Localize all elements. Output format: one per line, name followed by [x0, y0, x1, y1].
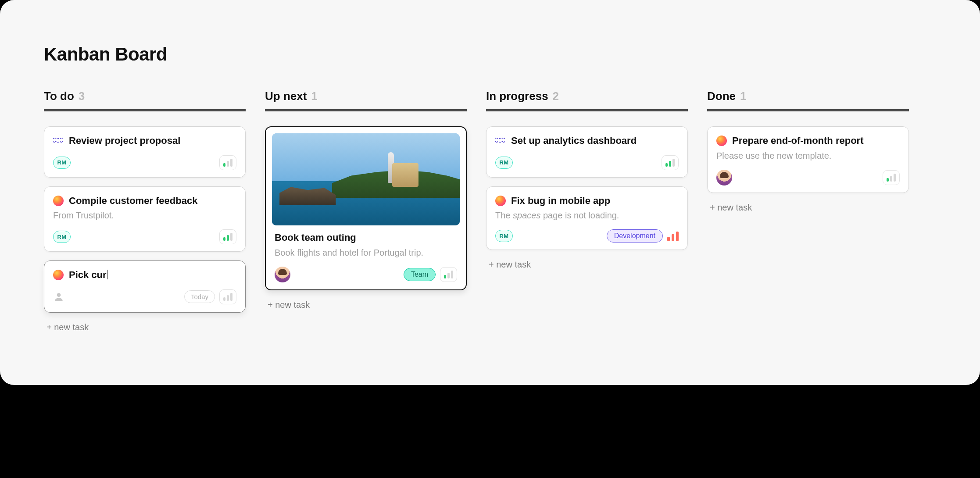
column-title: Done — [707, 89, 736, 103]
gradient-dot-icon — [495, 196, 506, 206]
kanban-canvas: Kanban Board To do3 Review project propo… — [0, 0, 980, 385]
new-task-button[interactable]: + new task — [486, 260, 688, 270]
card-title: Review project proposal — [69, 135, 180, 147]
column-count: 1 — [740, 89, 746, 103]
column-title: In progress — [486, 89, 548, 103]
card-title: Set up analytics dashboard — [511, 135, 637, 147]
card-header-row: Fix bug in mobile app — [495, 195, 679, 207]
gradient-dot-icon — [716, 136, 727, 146]
card-footer-right: Development — [607, 229, 679, 243]
card-footer-right — [219, 155, 236, 170]
card-footer-left — [275, 267, 290, 282]
priority-icon[interactable] — [883, 170, 900, 185]
task-card[interactable]: Book team outingBook flights and hotel f… — [265, 126, 467, 290]
column-up-next: Up next1 Book team outingBook flights an… — [265, 89, 467, 310]
task-card[interactable]: Compile customer feedback From Trustpilo… — [44, 186, 246, 252]
task-card[interactable]: Pick cur Today — [44, 260, 246, 313]
column-count: 3 — [79, 89, 85, 103]
column-count: 1 — [311, 89, 317, 103]
page-title: Kanban Board — [44, 44, 936, 65]
priority-icon[interactable] — [440, 267, 457, 282]
card-footer: RM Development — [495, 229, 679, 243]
task-card[interactable]: Prepare end-of-month report Please use t… — [707, 126, 909, 193]
date-chip[interactable]: Today — [184, 290, 215, 303]
card-header-row: Set up analytics dashboard — [495, 135, 679, 147]
wave-icon — [53, 136, 64, 145]
card-footer-right — [662, 155, 679, 170]
card-footer: RM — [53, 229, 236, 244]
card-footer-right: Team — [404, 267, 457, 282]
card-header-row: Prepare end-of-month report — [716, 135, 900, 147]
gradient-dot-icon — [53, 196, 64, 206]
wave-icon — [495, 136, 506, 145]
assignee-empty-icon[interactable] — [53, 291, 64, 303]
card-footer-right — [219, 229, 236, 244]
column-header: In progress2 — [486, 89, 688, 111]
priority-icon[interactable] — [662, 155, 679, 170]
card-footer-left: RM — [53, 231, 71, 243]
card-title: Fix bug in mobile app — [511, 195, 610, 207]
card-header-row: Pick cur — [53, 269, 236, 282]
column-title: To do — [44, 89, 74, 103]
assignee-initials[interactable]: RM — [495, 157, 513, 169]
column-header: To do3 — [44, 89, 246, 111]
column-cards: Review project proposal RM Compile custo… — [44, 126, 246, 313]
priority-icon[interactable] — [219, 229, 236, 244]
svg-point-0 — [57, 293, 61, 297]
card-header-row: Review project proposal — [53, 135, 236, 147]
gradient-dot-icon — [53, 270, 64, 280]
card-footer — [716, 170, 900, 185]
card-footer-left: RM — [53, 157, 71, 169]
card-description: Book flights and hotel for Portugal trip… — [275, 247, 457, 259]
card-footer-right: Today — [184, 289, 236, 304]
card-title[interactable]: Pick cur — [69, 269, 107, 282]
card-cover-image — [272, 133, 460, 225]
card-title: Prepare end-of-month report — [732, 135, 863, 147]
card-footer-left — [53, 291, 64, 303]
card-footer: Team — [275, 267, 457, 282]
card-footer-left: RM — [495, 157, 513, 169]
priority-icon[interactable] — [219, 289, 236, 304]
assignee-initials[interactable]: RM — [53, 157, 71, 169]
card-header-row: Compile customer feedback — [53, 195, 236, 207]
assignee-initials[interactable]: RM — [495, 230, 513, 242]
task-card[interactable]: Set up analytics dashboard RM — [486, 126, 688, 178]
tag-dev[interactable]: Development — [607, 229, 663, 243]
card-description: Please use the new template. — [716, 150, 900, 162]
priority-icon[interactable] — [219, 155, 236, 170]
card-title: Compile customer feedback — [69, 195, 197, 207]
assignee-initials[interactable]: RM — [53, 231, 71, 243]
new-task-button[interactable]: + new task — [707, 203, 909, 213]
column-title: Up next — [265, 89, 307, 103]
card-footer-left: RM — [495, 230, 513, 242]
column-cards: Prepare end-of-month report Please use t… — [707, 126, 909, 193]
column-done: Done1 Prepare end-of-month report Please… — [707, 89, 909, 213]
column-cards: Set up analytics dashboard RM Fix bug in… — [486, 126, 688, 250]
card-footer-right — [883, 170, 900, 185]
task-card[interactable]: Fix bug in mobile app The spaces page is… — [486, 186, 688, 250]
card-description: From Trustpilot. — [53, 210, 236, 221]
card-footer: RM — [53, 155, 236, 170]
column-header: Up next1 — [265, 89, 467, 111]
new-task-button[interactable]: + new task — [44, 322, 246, 332]
assignee-avatar[interactable] — [275, 267, 290, 282]
card-footer-left — [716, 170, 732, 185]
task-card[interactable]: Review project proposal RM — [44, 126, 246, 178]
column-count: 2 — [553, 89, 559, 103]
kanban-board: To do3 Review project proposal RM Compil… — [44, 89, 936, 332]
card-title: Book team outing — [275, 232, 457, 244]
card-footer: Today — [53, 289, 236, 304]
card-footer: RM — [495, 155, 679, 170]
priority-icon[interactable] — [667, 231, 679, 241]
column-header: Done1 — [707, 89, 909, 111]
tag-team[interactable]: Team — [404, 268, 436, 281]
column-to-do: To do3 Review project proposal RM Compil… — [44, 89, 246, 332]
new-task-button[interactable]: + new task — [265, 300, 467, 310]
column-cards: Book team outingBook flights and hotel f… — [265, 126, 467, 290]
column-in-progress: In progress2 Set up analytics dashboard … — [486, 89, 688, 270]
card-description: The spaces page is not loading. — [495, 210, 679, 221]
assignee-avatar[interactable] — [716, 170, 732, 185]
